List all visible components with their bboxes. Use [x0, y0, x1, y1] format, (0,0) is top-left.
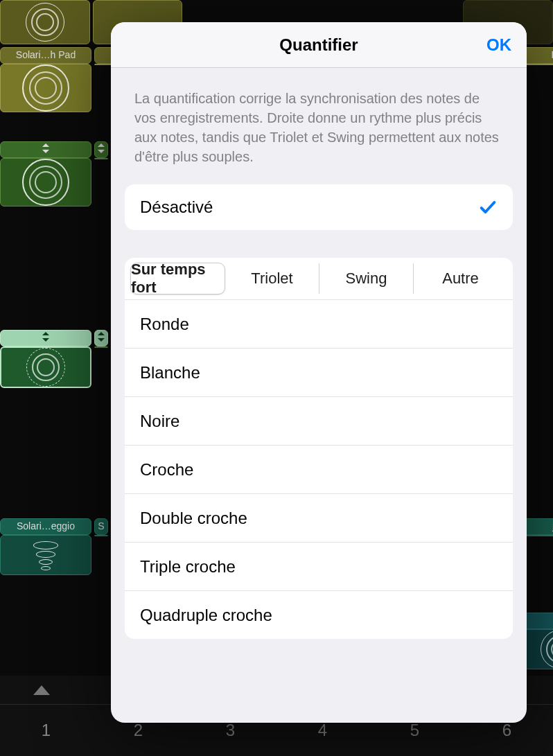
clip-header[interactable]: Sola…s 03 — [0, 141, 91, 158]
updown-icon — [41, 143, 51, 153]
clip-header[interactable] — [94, 330, 108, 346]
list-item[interactable]: Croche — [125, 445, 513, 493]
tab-triolet[interactable]: Triolet — [225, 263, 319, 294]
clip-header[interactable]: Solari…h Pad — [0, 47, 91, 64]
quantize-popover: Quantifier OK La quantification corrige … — [111, 22, 527, 723]
clip-header-selected[interactable]: Sola…s 03 — [0, 330, 91, 346]
updown-icon — [96, 143, 106, 153]
ok-button[interactable]: OK — [486, 22, 511, 67]
tab-sur-temps-fort[interactable]: Sur temps fort — [130, 263, 225, 295]
clip-cell[interactable] — [94, 346, 108, 348]
quantize-off-row[interactable]: Désactivé — [125, 184, 513, 230]
clip-cell[interactable] — [94, 535, 108, 536]
popover-header: Quantifier OK — [111, 22, 527, 68]
clip-cell[interactable] — [0, 158, 91, 206]
clip-header[interactable]: S — [94, 518, 108, 535]
tab-autre[interactable]: Autre — [414, 263, 507, 294]
quantize-off-label: Désactivé — [140, 197, 213, 217]
quantize-mode-tabs: Sur temps fort Triolet Swing Autre — [125, 258, 513, 299]
quantize-options-card: Sur temps fort Triolet Swing Autre Ronde… — [125, 258, 513, 639]
checkmark-icon — [478, 197, 498, 217]
clip-cell-selected[interactable] — [0, 346, 91, 388]
list-item[interactable]: Noire — [125, 396, 513, 445]
clip-header[interactable]: Solari…eggio — [0, 518, 91, 535]
list-item[interactable]: Blanche — [125, 348, 513, 396]
updown-icon — [96, 332, 106, 342]
popover-title: Quantifier — [279, 35, 358, 55]
clip-cell[interactable] — [0, 0, 90, 44]
chevron-up-icon — [33, 685, 50, 695]
section-number[interactable]: 1 — [0, 705, 92, 756]
clip-cell[interactable] — [94, 158, 108, 159]
clip-name: Solari…h Pad — [16, 49, 76, 62]
clip-name: Solari…eggio — [17, 520, 75, 533]
list-item[interactable]: Triple croche — [125, 542, 513, 590]
list-item[interactable]: Quadruple croche — [125, 590, 513, 639]
clip-cell[interactable] — [0, 535, 91, 575]
note-value-list: Ronde Blanche Noire Croche Double croche… — [125, 299, 513, 639]
tab-swing[interactable]: Swing — [319, 263, 414, 294]
popover-description: La quantification corrige la synchronisa… — [111, 68, 527, 184]
list-item[interactable]: Double croche — [125, 493, 513, 542]
updown-icon — [41, 332, 51, 342]
clip-header[interactable] — [94, 141, 108, 158]
list-item[interactable]: Ronde — [125, 299, 513, 348]
clip-cell[interactable] — [0, 64, 91, 112]
